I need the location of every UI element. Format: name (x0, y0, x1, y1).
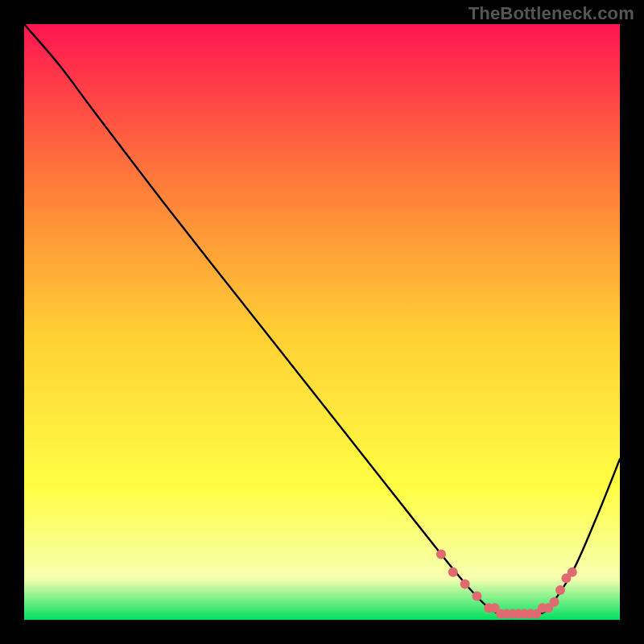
marker-dot (555, 585, 565, 595)
marker-dot (550, 597, 559, 607)
marker-dot (448, 568, 458, 577)
chart-frame: TheBottleneck.com (0, 0, 644, 644)
plot-area (24, 24, 620, 620)
marker-dot (568, 568, 577, 577)
marker-dot (460, 580, 470, 589)
gradient-background (24, 24, 620, 620)
bottleneck-chart (24, 24, 620, 620)
watermark-label: TheBottleneck.com (469, 3, 634, 24)
marker-dot (436, 550, 446, 559)
marker-dot (472, 591, 481, 601)
